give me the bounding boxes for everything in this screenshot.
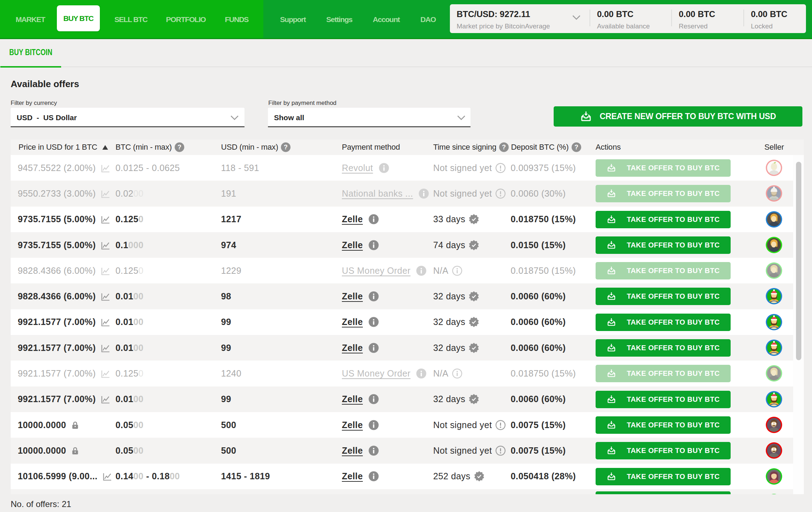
svg-text:?: ? bbox=[502, 144, 506, 151]
svg-text:?: ? bbox=[575, 144, 579, 151]
svg-text:?: ? bbox=[284, 144, 288, 151]
svg-text:?: ? bbox=[178, 144, 182, 151]
